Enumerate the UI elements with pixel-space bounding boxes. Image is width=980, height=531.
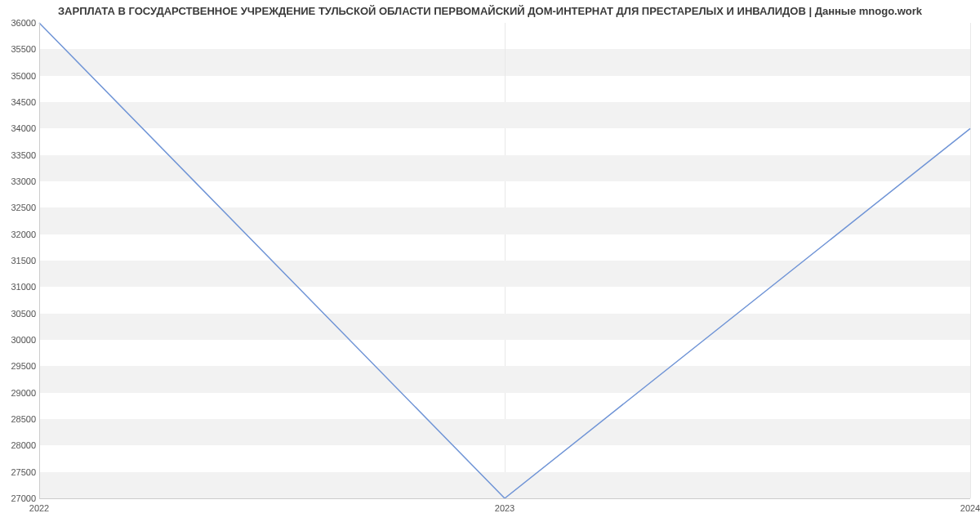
chart-container: ЗАРПЛАТА В ГОСУДАРСТВЕННОЕ УЧРЕЖДЕНИЕ ТУ…: [0, 0, 980, 531]
line-series: [39, 23, 970, 498]
y-tick-label: 33500: [11, 150, 36, 160]
y-tick-label: 34000: [11, 123, 36, 133]
series-line: [39, 23, 970, 498]
y-tick-label: 35500: [11, 44, 36, 54]
y-tick-label: 33000: [11, 176, 36, 186]
y-tick-label: 28000: [11, 440, 36, 450]
y-tick-label: 29000: [11, 388, 36, 398]
y-tick-label: 35000: [11, 71, 36, 81]
y-tick-label: 36000: [11, 18, 36, 28]
y-tick-label: 27000: [11, 493, 36, 503]
y-tick-label: 27500: [11, 467, 36, 477]
y-tick-label: 29500: [11, 361, 36, 371]
y-tick-label: 31000: [11, 282, 36, 292]
x-tick-label: 2023: [495, 503, 514, 513]
x-axis-line: [39, 498, 970, 499]
y-tick-label: 32500: [11, 203, 36, 212]
y-tick-label: 28500: [11, 414, 36, 424]
chart-title: ЗАРПЛАТА В ГОСУДАРСТВЕННОЕ УЧРЕЖДЕНИЕ ТУ…: [0, 5, 980, 17]
y-axis-line: [39, 23, 40, 498]
y-tick-label: 31500: [11, 256, 36, 266]
x-tick-label: 2024: [960, 503, 980, 513]
plot-area: [39, 23, 970, 498]
x-tick-label: 2022: [29, 503, 49, 513]
grid-line-vertical: [970, 23, 971, 498]
y-tick-label: 32000: [11, 230, 36, 239]
y-tick-label: 30500: [11, 309, 36, 319]
y-tick-label: 34500: [11, 97, 36, 107]
y-tick-label: 30000: [11, 335, 36, 345]
